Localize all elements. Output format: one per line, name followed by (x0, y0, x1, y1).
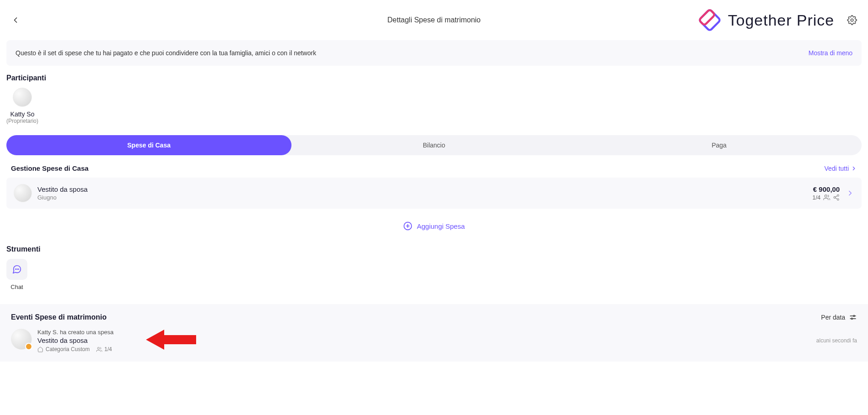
expense-sub: Giugno (37, 194, 812, 201)
share-icon (833, 194, 840, 201)
event-row[interactable]: Katty S. ha creato una spesa Vestito da … (11, 329, 857, 352)
settings-button[interactable] (847, 15, 857, 25)
logo: Together Price (697, 7, 857, 33)
tools-title: Strumenti (6, 245, 862, 253)
participants-section: Participanti (0, 74, 868, 82)
expense-name: Vestito da sposa (37, 185, 812, 193)
participant-role: (Proprietario) (6, 118, 38, 124)
users-icon (96, 347, 102, 352)
home-icon (37, 347, 43, 352)
tab-expenses[interactable]: Spese di Casa (6, 135, 291, 155)
event-category-label: Categoria Custom (46, 346, 90, 352)
add-expense-button[interactable]: Aggiungi Spesa (0, 209, 868, 238)
show-less-link[interactable]: Mostra di meno (809, 49, 852, 57)
svg-point-19 (97, 347, 99, 349)
svg-point-14 (18, 269, 19, 269)
chevron-right-icon (851, 165, 857, 172)
event-count: 1/4 (96, 346, 112, 352)
expense-count: 1/4 (812, 194, 821, 201)
logo-text: Together Price (728, 11, 834, 29)
users-icon (823, 194, 830, 201)
events-title: Eventi Spese di matrimonio (11, 313, 107, 321)
page-title-em: matrimonio (445, 16, 481, 24)
expense-amount: € 900,00 (812, 185, 840, 193)
back-button[interactable] (11, 16, 20, 25)
chevron-left-icon (11, 16, 20, 25)
tab-pay[interactable]: Paga (577, 135, 862, 155)
avatar (13, 88, 32, 107)
svg-marker-20 (146, 330, 196, 350)
tool-label: Chat (10, 284, 23, 290)
tabs: Spese di Casa Bilancio Paga (6, 135, 862, 155)
tab-balance[interactable]: Bilancio (291, 135, 577, 155)
participants-list: Katty So (Proprietario) (0, 88, 868, 124)
svg-point-6 (837, 199, 839, 200)
svg-point-16 (853, 315, 855, 317)
svg-point-2 (851, 19, 853, 21)
arrow-left-icon (146, 326, 196, 353)
plus-circle-icon (403, 221, 412, 231)
svg-point-18 (851, 318, 852, 320)
svg-point-13 (17, 269, 17, 269)
svg-point-5 (834, 197, 836, 199)
logo-icon (697, 7, 722, 33)
participant-item[interactable]: Katty So (Proprietario) (6, 88, 38, 124)
sort-button[interactable]: Per data (821, 313, 857, 321)
svg-point-3 (825, 195, 827, 197)
event-category: Categoria Custom (37, 346, 90, 352)
chat-icon (12, 264, 22, 274)
app-header: Dettagli Spese di matrimonio Together Pr… (0, 0, 868, 40)
expense-row[interactable]: Vestito da sposa Giugno € 900,00 1/4 (6, 178, 862, 209)
expense-count-row: 1/4 (812, 194, 840, 201)
event-avatar (11, 329, 32, 350)
participants-title: Participanti (6, 74, 862, 82)
event-time: alcuni secondi fa (816, 337, 857, 344)
see-all-link[interactable]: Vedi tutti (824, 165, 857, 172)
see-all-label: Vedi tutti (824, 165, 849, 172)
page-title-prefix: Dettagli Spese di (387, 16, 444, 24)
svg-line-8 (835, 196, 837, 197)
expenses-header: Gestione Spese di Casa Vedi tutti (0, 164, 868, 178)
add-expense-label: Aggiungi Spesa (417, 222, 465, 230)
chevron-right-icon (846, 189, 854, 197)
annotation-arrow (146, 326, 196, 353)
event-count-label: 1/4 (104, 346, 112, 352)
expenses-title: Gestione Spese di Casa (11, 164, 88, 172)
info-bar: Questo è il set di spese che tu hai paga… (6, 40, 862, 66)
expense-amount-block: € 900,00 1/4 (812, 185, 840, 201)
info-text: Questo è il set di spese che tu hai paga… (16, 49, 316, 57)
gear-icon (847, 15, 857, 25)
sort-label: Per data (821, 314, 845, 321)
tool-pill (6, 259, 27, 280)
events-header: Eventi Spese di matrimonio Per data (11, 313, 857, 321)
events-section: Eventi Spese di matrimonio Per data Katt… (0, 304, 868, 362)
participant-name: Katty So (10, 110, 35, 118)
tool-chat[interactable]: Chat (6, 259, 27, 290)
events-title-em: matrimonio (67, 313, 107, 321)
expense-right: € 900,00 1/4 (812, 185, 854, 201)
filter-icon (849, 313, 857, 321)
events-title-prefix: Eventi Spese di (11, 313, 67, 321)
expense-info: Vestito da sposa Giugno (37, 185, 812, 201)
svg-point-4 (837, 194, 839, 196)
page-title: Dettagli Spese di matrimonio (387, 16, 481, 24)
tools-section: Strumenti Chat (0, 238, 868, 299)
svg-line-7 (835, 198, 837, 199)
svg-rect-1 (699, 9, 715, 26)
avatar-badge-icon (25, 343, 32, 350)
expense-avatar (14, 184, 32, 202)
svg-point-12 (16, 269, 16, 269)
